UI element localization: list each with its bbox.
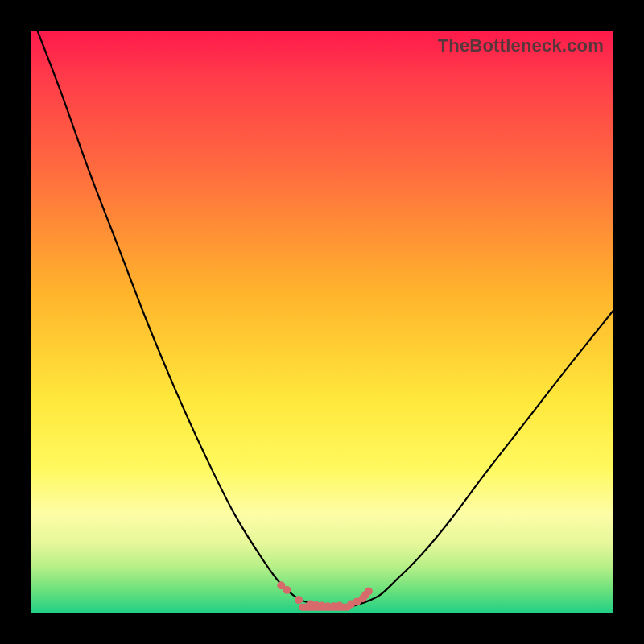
marker-dot: [336, 602, 344, 610]
curve-path: [31, 31, 613, 608]
chart-frame: TheBottleneck.com: [0, 0, 644, 644]
bottleneck-curve: [31, 31, 613, 613]
optimal-range-markers: [277, 581, 373, 611]
marker-dot: [365, 588, 373, 596]
marker-dot: [283, 586, 291, 594]
marker-dot: [295, 596, 303, 604]
plot-area: TheBottleneck.com: [31, 31, 613, 613]
